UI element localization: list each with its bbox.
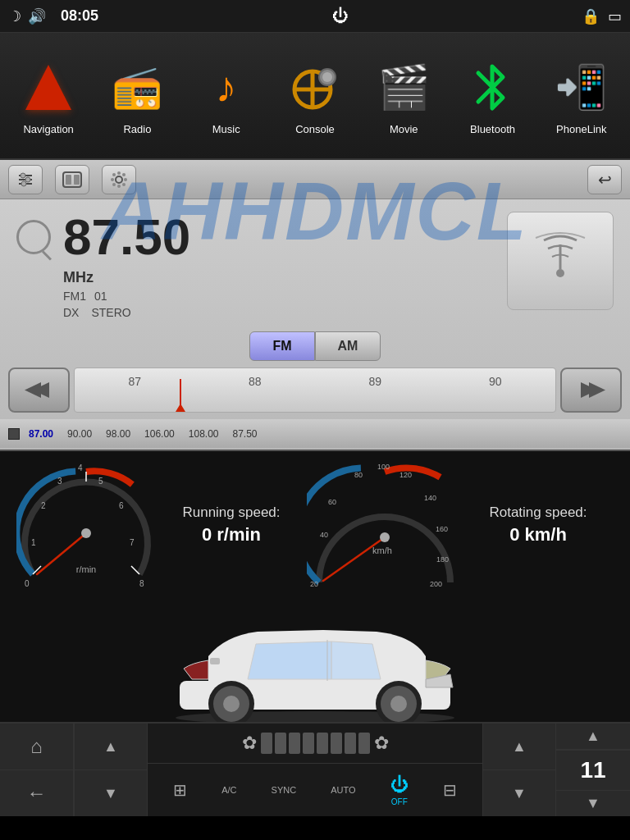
ac-button[interactable]: A/C bbox=[221, 785, 236, 795]
svg-point-9 bbox=[25, 177, 30, 182]
home-icon: ⌂ bbox=[30, 735, 43, 758]
search-icon bbox=[16, 220, 51, 254]
toolbar-btn-settings[interactable] bbox=[102, 165, 136, 194]
preset-5[interactable]: 108.00 bbox=[184, 427, 224, 441]
defrost-icon: ⊞ bbox=[173, 780, 187, 800]
ac-controls-col: ✿ ✿ ⊞ A/C SYNC AU bbox=[148, 724, 482, 816]
am-button[interactable]: AM bbox=[315, 331, 381, 361]
svg-point-10 bbox=[21, 181, 26, 186]
app-phonelink[interactable]: 📲 PhoneLink bbox=[542, 57, 620, 135]
svg-text:100: 100 bbox=[377, 463, 390, 471]
tuner-needle bbox=[180, 379, 181, 412]
svg-text:8: 8 bbox=[139, 579, 144, 588]
preset-6[interactable]: 87.50 bbox=[228, 427, 262, 441]
rpm-value: 0 r/min bbox=[156, 524, 307, 546]
car-display bbox=[0, 599, 630, 722]
radio-panel: ↩ 87.50 MHz FM1 01 DX STERO bbox=[0, 160, 630, 451]
preset-1[interactable]: 87.00 bbox=[24, 427, 58, 441]
svg-text:180: 180 bbox=[436, 555, 449, 564]
svg-point-42 bbox=[81, 528, 91, 538]
power-off-label: OFF bbox=[391, 797, 408, 806]
number-display: 11 bbox=[556, 750, 630, 791]
tuner-next-btn[interactable] bbox=[560, 368, 622, 413]
fm-button[interactable]: FM bbox=[249, 331, 315, 361]
sync-button[interactable]: SYNC bbox=[272, 785, 297, 795]
back-button[interactable]: ← bbox=[0, 770, 73, 816]
back-icon: ← bbox=[27, 782, 47, 805]
svg-point-15 bbox=[117, 171, 121, 175]
svg-text:60: 60 bbox=[328, 498, 336, 506]
tuner-bar[interactable]: 87 88 89 90 bbox=[74, 368, 556, 413]
fan-bar-3 bbox=[289, 733, 300, 754]
frequency-unit: MHz bbox=[63, 269, 190, 286]
console-icon bbox=[288, 61, 341, 114]
volume-icon: 🔊 bbox=[28, 7, 46, 25]
presets-row: 87.00 90.00 98.00 106.00 108.00 87.50 bbox=[0, 419, 630, 448]
svg-text:6: 6 bbox=[119, 501, 124, 510]
antenna-icon bbox=[507, 212, 614, 310]
num-down-button[interactable]: ▼ bbox=[556, 791, 630, 816]
defrost-button[interactable]: ⊞ bbox=[173, 780, 187, 800]
gauges-row: 0 4 8 2 6 1 3 5 7 r/min Running speed: 0… bbox=[0, 451, 630, 599]
temp-up-button[interactable]: ▲ bbox=[483, 724, 555, 770]
preset-4[interactable]: 106.00 bbox=[139, 427, 180, 441]
temp-down-button[interactable]: ▼ bbox=[483, 770, 555, 816]
toolbar-btn-scan[interactable] bbox=[55, 165, 89, 194]
svg-text:160: 160 bbox=[436, 525, 448, 533]
fan-bar-2 bbox=[275, 733, 286, 754]
speed-gauge: 20 40 60 80 100 120 140 160 180 200 km/h bbox=[307, 459, 463, 591]
toolbar-btn-eq[interactable] bbox=[8, 165, 43, 194]
tuner-row: 87 88 89 90 bbox=[8, 368, 622, 413]
fan-bar-4 bbox=[303, 733, 314, 754]
ac-label: A/C bbox=[221, 785, 236, 795]
num-up-button[interactable]: ▲ bbox=[556, 724, 630, 750]
svg-marker-28 bbox=[589, 382, 605, 398]
rpm-unit: r/min bbox=[76, 564, 96, 574]
rear-defrost-button[interactable]: ⊟ bbox=[443, 780, 457, 800]
svg-text:40: 40 bbox=[320, 531, 328, 539]
auto-button[interactable]: AUTO bbox=[331, 785, 355, 795]
navigation-label: Navigation bbox=[23, 123, 73, 135]
svg-point-19 bbox=[112, 173, 116, 176]
svg-text:1: 1 bbox=[31, 538, 36, 547]
power-icon[interactable]: ⏻ bbox=[332, 7, 349, 25]
phonelink-label: PhoneLink bbox=[556, 123, 606, 135]
preset-2[interactable]: 90.00 bbox=[62, 427, 97, 441]
svg-point-8 bbox=[21, 173, 25, 178]
app-movie[interactable]: 🎬 Movie bbox=[365, 57, 443, 135]
svg-point-4 bbox=[322, 72, 332, 82]
app-radio[interactable]: 📻 Radio bbox=[98, 57, 176, 135]
frequency-display: 87.50 bbox=[63, 212, 190, 262]
radio-label: Radio bbox=[123, 123, 151, 135]
radio-toolbar: ↩ bbox=[0, 160, 630, 199]
app-navigation[interactable]: Navigation bbox=[10, 57, 88, 135]
music-label: Music bbox=[212, 123, 240, 135]
preset-3[interactable]: 98.00 bbox=[101, 427, 135, 441]
rpm-gauge: 0 4 8 2 6 1 3 5 7 r/min bbox=[16, 459, 156, 591]
freq-90: 90 bbox=[489, 375, 502, 388]
power-off-button[interactable]: ⏻ OFF bbox=[390, 774, 409, 806]
radio-search-btn[interactable] bbox=[16, 220, 51, 254]
app-music[interactable]: ♪ Music bbox=[187, 57, 265, 135]
home-button[interactable]: ⌂ bbox=[0, 724, 73, 770]
tuner-prev-btn[interactable] bbox=[8, 368, 70, 413]
svg-text:4: 4 bbox=[78, 463, 83, 472]
console-label: Console bbox=[295, 123, 335, 135]
left-down-button[interactable]: ▼ bbox=[75, 770, 147, 816]
left-up-button[interactable]: ▲ bbox=[75, 724, 147, 770]
car-image bbox=[159, 599, 471, 722]
bluetooth-label: Bluetooth bbox=[470, 123, 515, 135]
svg-point-14 bbox=[116, 176, 122, 183]
channel-label: 01 bbox=[94, 290, 107, 303]
svg-point-60 bbox=[223, 696, 240, 712]
fan-bar-8 bbox=[358, 733, 370, 754]
svg-text:200: 200 bbox=[430, 580, 442, 588]
bluetooth-icon bbox=[470, 61, 515, 114]
app-console[interactable]: Console bbox=[276, 57, 354, 135]
number-display-col: ▲ 11 ▼ bbox=[556, 724, 630, 816]
svg-text:140: 140 bbox=[424, 494, 436, 502]
svg-point-54 bbox=[380, 532, 390, 542]
svg-point-18 bbox=[124, 178, 127, 181]
app-bluetooth[interactable]: Bluetooth bbox=[454, 57, 532, 135]
toolbar-back-btn[interactable]: ↩ bbox=[587, 165, 622, 194]
